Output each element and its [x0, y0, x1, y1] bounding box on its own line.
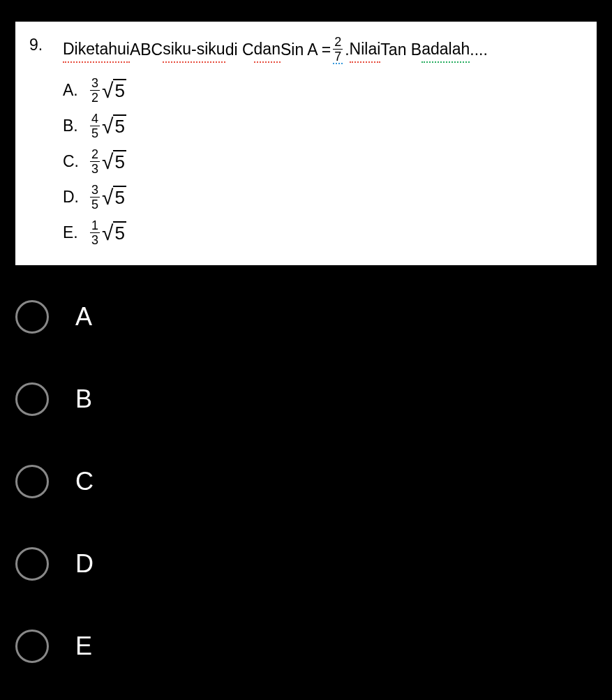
sqrt-symbol: √ — [102, 221, 113, 245]
word-siku-siku: siku-siku — [163, 37, 225, 63]
answer-options-list: A B C D E — [15, 300, 612, 663]
radio-icon — [15, 465, 49, 498]
fraction-numerator: 4 — [90, 112, 100, 126]
fraction-denominator: 2 — [90, 90, 100, 104]
sqrt-symbol: √ — [102, 186, 113, 209]
radio-icon — [15, 630, 49, 663]
fraction-denominator: 5 — [90, 197, 100, 211]
option-letter: C. — [63, 152, 80, 171]
sqrt-expression: √ 5 — [102, 221, 126, 245]
sqrt-value: 5 — [113, 150, 126, 173]
question-text-part: .... — [470, 38, 488, 62]
sqrt-value: 5 — [113, 114, 126, 137]
sqrt-symbol: √ — [102, 114, 113, 138]
sqrt-expression: √ 5 — [102, 186, 126, 209]
question-text-part: ABC — [130, 38, 163, 62]
fraction-numerator: 3 — [90, 77, 100, 90]
sqrt-value: 5 — [113, 221, 126, 244]
sqrt-expression: √ 5 — [102, 114, 126, 138]
option-fraction: 1 3 — [90, 219, 100, 246]
answer-option-a[interactable]: A — [15, 300, 612, 334]
answer-option-d[interactable]: D — [15, 547, 612, 581]
fraction-numerator: 1 — [90, 219, 100, 232]
option-letter: B. — [63, 117, 80, 135]
question-image-panel: 9. Diketahui ABC siku-siku di C dan Sin … — [15, 22, 597, 265]
question-text-part: Sin A = — [281, 38, 331, 62]
option-letter: A. — [63, 81, 80, 100]
radio-icon — [15, 300, 49, 334]
sqrt-value: 5 — [113, 79, 126, 102]
image-options-list: A. 3 2 √ 5 B. 4 5 √ 5 C. 2 — [63, 77, 583, 246]
sqrt-symbol: √ — [102, 79, 113, 103]
word-adalah: adalah — [421, 37, 470, 63]
sqrt-expression: √ 5 — [102, 150, 126, 174]
question-text-row: 9. Diketahui ABC siku-siku di C dan Sin … — [29, 36, 583, 64]
answer-option-b[interactable]: B — [15, 382, 612, 416]
fraction-numerator: 2 — [90, 148, 100, 161]
answer-label: D — [75, 549, 94, 579]
sqrt-expression: √ 5 — [102, 79, 126, 103]
option-fraction: 3 2 — [90, 77, 100, 104]
word-nilai: Nilai — [350, 37, 381, 63]
fraction-denominator: 5 — [90, 126, 100, 140]
image-option: B. 4 5 √ 5 — [63, 112, 583, 140]
sqrt-symbol: √ — [102, 150, 113, 174]
question-text-part: Tan B — [380, 38, 421, 62]
radio-icon — [15, 382, 49, 416]
radio-icon — [15, 547, 49, 581]
image-option: A. 3 2 √ 5 — [63, 77, 583, 104]
fraction-denominator: 3 — [90, 161, 100, 175]
image-option: D. 3 5 √ 5 — [63, 184, 583, 211]
question-text: Diketahui ABC siku-siku di C dan Sin A =… — [63, 36, 488, 64]
fraction-numerator: 3 — [90, 184, 100, 197]
answer-option-e[interactable]: E — [15, 630, 612, 663]
fraction-denominator: 3 — [90, 232, 100, 246]
image-option: C. 2 3 √ 5 — [63, 148, 583, 175]
word-diketahui: Diketahui — [63, 37, 130, 63]
answer-label: C — [75, 467, 94, 496]
answer-label: E — [75, 632, 92, 661]
answer-label: B — [75, 385, 92, 414]
answer-label: A — [75, 302, 92, 332]
sqrt-value: 5 — [113, 186, 126, 209]
question-text-part: di C — [225, 38, 254, 62]
image-option: E. 1 3 √ 5 — [63, 219, 583, 246]
option-letter: D. — [63, 188, 80, 207]
word-dan: dan — [254, 37, 281, 63]
answer-option-c[interactable]: C — [15, 465, 612, 498]
option-letter: E. — [63, 223, 80, 242]
option-fraction: 3 5 — [90, 184, 100, 211]
fraction-denominator: 7 — [333, 49, 343, 64]
option-fraction: 4 5 — [90, 112, 100, 140]
fraction-numerator: 2 — [333, 36, 343, 49]
option-fraction: 2 3 — [90, 148, 100, 175]
question-number: 9. — [29, 36, 50, 54]
fraction-sin-a: 2 7 — [333, 36, 343, 64]
